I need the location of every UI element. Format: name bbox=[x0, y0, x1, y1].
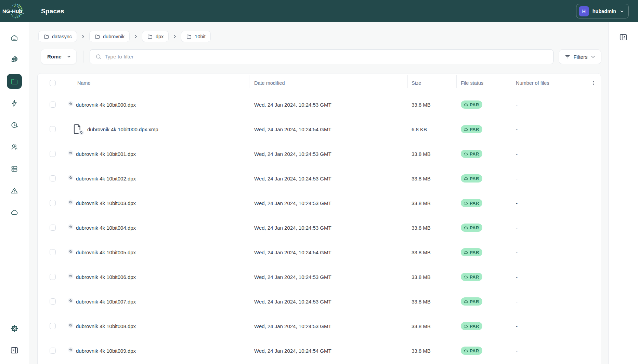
status-badge: PAR bbox=[461, 174, 482, 183]
space-selector-value: Rome bbox=[47, 54, 62, 59]
file-size: 33.8 MB bbox=[412, 348, 431, 354]
folder-icon bbox=[147, 33, 153, 39]
column-header-size[interactable]: Size bbox=[412, 80, 421, 86]
number-of-files: - bbox=[516, 250, 518, 255]
file-size: 33.8 MB bbox=[412, 274, 431, 280]
table-row[interactable]: dubrovnik 4k 10bit005.dpx Wed, 24 Jan 20… bbox=[38, 240, 601, 265]
breadcrumb-item-datasync[interactable]: datasync bbox=[38, 31, 77, 42]
sidebar-item-network-search[interactable] bbox=[7, 52, 22, 67]
sidebar-item-history[interactable] bbox=[7, 118, 22, 133]
home-icon bbox=[10, 33, 18, 42]
filters-button[interactable]: Filters bbox=[559, 49, 601, 64]
row-checkbox[interactable] bbox=[50, 348, 56, 354]
file-doc-icon bbox=[72, 124, 82, 134]
row-checkbox[interactable] bbox=[50, 126, 56, 132]
breadcrumb-item-dubrovnik[interactable]: dubrovnik bbox=[89, 31, 130, 42]
table-row[interactable]: dubrovnik 4k 10bit006.dpx Wed, 24 Jan 20… bbox=[38, 265, 601, 289]
date-modified: Wed, 24 Jan 2024, 10:24:54 GMT bbox=[254, 250, 331, 255]
file-size: 33.8 MB bbox=[412, 176, 431, 181]
column-header-number-of-files[interactable]: Number of files bbox=[516, 80, 549, 86]
sidebar-item-files[interactable] bbox=[7, 74, 22, 89]
date-modified: Wed, 24 Jan 2024, 10:24:53 GMT bbox=[254, 323, 331, 329]
table-row[interactable]: dubrovnik 4k 10bit002.dpx Wed, 24 Jan 20… bbox=[38, 166, 601, 191]
file-name: dubrovnik 4k 10bit000.dpx.xmp bbox=[87, 126, 158, 132]
date-modified: Wed, 24 Jan 2024, 10:24:53 GMT bbox=[254, 274, 331, 280]
left-sidebar bbox=[0, 22, 29, 364]
sidebar-item-settings[interactable] bbox=[7, 321, 22, 336]
row-checkbox[interactable] bbox=[50, 200, 56, 206]
sidebar-item-home[interactable] bbox=[7, 30, 22, 45]
row-checkbox[interactable] bbox=[50, 102, 56, 108]
table-row[interactable]: dubrovnik 4k 10bit003.dpx Wed, 24 Jan 20… bbox=[38, 191, 601, 215]
file-size: 33.8 MB bbox=[412, 102, 431, 108]
sidebar-item-users[interactable] bbox=[7, 139, 22, 154]
toolbar: Rome Filters bbox=[29, 49, 608, 64]
cloud-icon bbox=[464, 201, 468, 205]
file-size: 33.8 MB bbox=[412, 299, 431, 305]
sidebar-collapse-button[interactable] bbox=[7, 343, 22, 358]
column-header-name[interactable]: Name bbox=[77, 80, 91, 86]
row-checkbox[interactable] bbox=[50, 274, 56, 280]
file-name: dubrovnik 4k 10bit000.dpx bbox=[76, 102, 136, 108]
select-all-checkbox[interactable] bbox=[50, 80, 56, 86]
network-search-icon bbox=[10, 55, 18, 64]
row-checkbox[interactable] bbox=[50, 175, 56, 181]
cloud-icon bbox=[464, 176, 468, 181]
number-of-files: - bbox=[516, 126, 518, 132]
brand-logo: NG-Hub™ bbox=[0, 0, 29, 22]
date-modified: Wed, 24 Jan 2024, 10:24:53 GMT bbox=[254, 200, 331, 206]
row-checkbox[interactable] bbox=[50, 225, 56, 231]
filter-lines-icon bbox=[564, 54, 571, 60]
search-input[interactable] bbox=[105, 50, 553, 64]
toggle-panel-button[interactable] bbox=[619, 32, 628, 42]
status-badge: PAR bbox=[461, 347, 482, 355]
sidebar-item-cloud[interactable] bbox=[7, 205, 22, 220]
table-row[interactable]: dubrovnik 4k 10bit001.dpx Wed, 24 Jan 20… bbox=[38, 141, 601, 166]
page-title: Spaces bbox=[41, 8, 64, 15]
proxy-badge-icon bbox=[68, 298, 74, 304]
number-of-files: - bbox=[516, 299, 518, 305]
user-menu-button[interactable]: H hubadmin bbox=[576, 4, 629, 18]
folder-icon bbox=[94, 33, 100, 39]
status-badge: PAR bbox=[461, 150, 482, 158]
status-label: PAR bbox=[470, 324, 479, 329]
table-row[interactable]: dubrovnik 4k 10bit008.dpx Wed, 24 Jan 20… bbox=[38, 314, 601, 338]
folder-icon bbox=[186, 33, 192, 39]
proxy-badge-icon bbox=[68, 150, 74, 156]
column-header-date-modified[interactable]: Date modified bbox=[254, 80, 285, 86]
table-row[interactable]: dubrovnik 4k 10bit000.dpx Wed, 24 Jan 20… bbox=[38, 92, 601, 117]
row-checkbox[interactable] bbox=[50, 298, 56, 305]
table-row[interactable]: dubrovnik 4k 10bit007.dpx Wed, 24 Jan 20… bbox=[38, 289, 601, 314]
date-modified: Wed, 24 Jan 2024, 10:24:54 GMT bbox=[254, 126, 331, 132]
sidebar-item-alerts[interactable] bbox=[7, 183, 22, 198]
status-badge: PAR bbox=[461, 248, 482, 256]
row-checkbox[interactable] bbox=[50, 323, 56, 329]
chevron-down-icon bbox=[620, 9, 624, 14]
status-badge: PAR bbox=[461, 224, 482, 232]
status-label: PAR bbox=[470, 127, 479, 132]
file-size: 33.8 MB bbox=[412, 225, 431, 231]
file-name: dubrovnik 4k 10bit002.dpx bbox=[76, 176, 136, 181]
main-content: datasync dubrovnik dpx 10bit bbox=[29, 22, 608, 364]
chevron-right-icon bbox=[133, 34, 138, 39]
sidebar-item-automation[interactable] bbox=[7, 96, 22, 111]
toggle-panel-icon bbox=[619, 33, 628, 42]
table-options-kebab-button[interactable] bbox=[589, 78, 598, 88]
brand-name: NG-Hub™ bbox=[2, 8, 24, 14]
user-name: hubadmin bbox=[593, 9, 616, 14]
app-header: NG-Hub™ Spaces H hubadmin bbox=[0, 0, 638, 22]
row-checkbox[interactable] bbox=[50, 151, 56, 157]
column-header-file-status[interactable]: File status bbox=[461, 80, 483, 86]
row-checkbox[interactable] bbox=[50, 249, 56, 255]
cloud-icon bbox=[464, 299, 468, 304]
table-row[interactable]: dubrovnik 4k 10bit009.dpx Wed, 24 Jan 20… bbox=[38, 338, 601, 363]
space-selector-dropdown[interactable]: Rome bbox=[41, 49, 77, 64]
table-row[interactable]: dubrovnik 4k 10bit000.dpx.xmp Wed, 24 Ja… bbox=[38, 117, 601, 141]
table-body: dubrovnik 4k 10bit000.dpx Wed, 24 Jan 20… bbox=[38, 92, 601, 363]
sidebar-item-storage[interactable] bbox=[7, 161, 22, 176]
breadcrumb-item-dpx[interactable]: dpx bbox=[142, 31, 169, 42]
breadcrumb-item-10bit[interactable]: 10bit bbox=[181, 31, 210, 42]
number-of-files: - bbox=[516, 200, 518, 206]
number-of-files: - bbox=[516, 151, 518, 157]
table-row[interactable]: dubrovnik 4k 10bit004.dpx Wed, 24 Jan 20… bbox=[38, 215, 601, 240]
